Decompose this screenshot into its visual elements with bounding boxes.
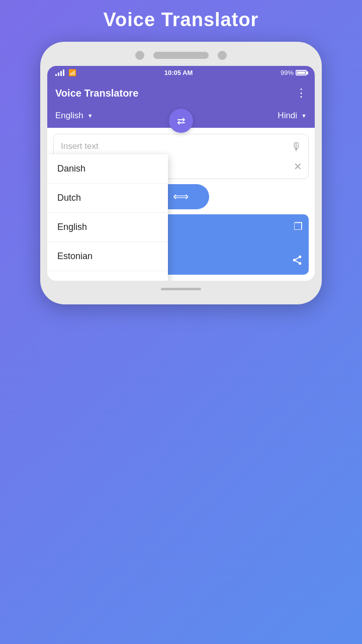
svg-point-1 bbox=[293, 259, 296, 262]
target-dropdown-arrow: ▼ bbox=[301, 113, 307, 119]
app-title-label: Voice Translator bbox=[104, 9, 259, 31]
svg-line-4 bbox=[296, 258, 299, 260]
translate-arrows-icon: ⟺ bbox=[173, 190, 189, 203]
input-placeholder: Insert text bbox=[61, 141, 99, 151]
menu-icon[interactable]: ⋮ bbox=[296, 87, 307, 100]
app-header: Voice Translatore ⋮ bbox=[47, 79, 315, 107]
source-language-label: English bbox=[55, 111, 83, 121]
wifi-icon: 📶 bbox=[68, 69, 76, 76]
phone-camera-left bbox=[135, 51, 144, 60]
language-bar: English ▼ ⇄ Hindi ▼ Danish Dutch English… bbox=[47, 107, 315, 128]
dropdown-item-dutch[interactable]: Dutch bbox=[47, 184, 168, 213]
status-right: 99% bbox=[281, 69, 307, 76]
svg-point-0 bbox=[299, 256, 302, 258]
swap-icon: ⇄ bbox=[177, 115, 186, 127]
phone-outer: 📶 10:05 AM 99% Voice Translatore ⋮ Engli… bbox=[40, 42, 322, 304]
target-language-dropdown[interactable]: Hindi ▼ bbox=[278, 111, 307, 121]
dropdown-item-danish[interactable]: Danish bbox=[47, 154, 168, 184]
home-indicator bbox=[161, 288, 201, 290]
target-language-label: Hindi bbox=[278, 111, 297, 121]
phone-screen: 📶 10:05 AM 99% Voice Translatore ⋮ Engli… bbox=[47, 66, 315, 281]
dropdown-item-estonian[interactable]: Estonian bbox=[47, 242, 168, 271]
signal-bars bbox=[55, 69, 64, 76]
svg-point-2 bbox=[299, 262, 302, 265]
source-dropdown-arrow: ▼ bbox=[87, 113, 93, 119]
phone-top-bar bbox=[47, 51, 315, 60]
phone-speaker bbox=[153, 52, 209, 59]
clear-icon[interactable]: ✕ bbox=[294, 160, 302, 173]
status-left: 📶 bbox=[55, 69, 76, 76]
mic-icon[interactable]: 🎙 bbox=[291, 140, 302, 153]
battery-percent: 99% bbox=[281, 69, 294, 76]
status-bar: 📶 10:05 AM 99% bbox=[47, 66, 315, 79]
svg-line-3 bbox=[296, 261, 299, 263]
share-icon[interactable] bbox=[292, 255, 303, 269]
phone-camera-right bbox=[218, 51, 227, 60]
header-title: Voice Translatore bbox=[55, 88, 138, 99]
dropdown-item-french[interactable]: French bbox=[47, 271, 168, 281]
status-time: 10:05 AM bbox=[164, 69, 193, 76]
copy-icon[interactable]: ❐ bbox=[294, 220, 303, 232]
swap-button[interactable]: ⇄ bbox=[169, 109, 193, 133]
phone-bottom bbox=[47, 288, 315, 290]
battery-icon bbox=[296, 70, 307, 75]
dropdown-item-english[interactable]: English bbox=[47, 213, 168, 242]
source-language-dropdown[interactable]: English ▼ bbox=[55, 111, 93, 121]
language-dropdown-list: Danish Dutch English Estonian French Fil… bbox=[47, 154, 168, 281]
